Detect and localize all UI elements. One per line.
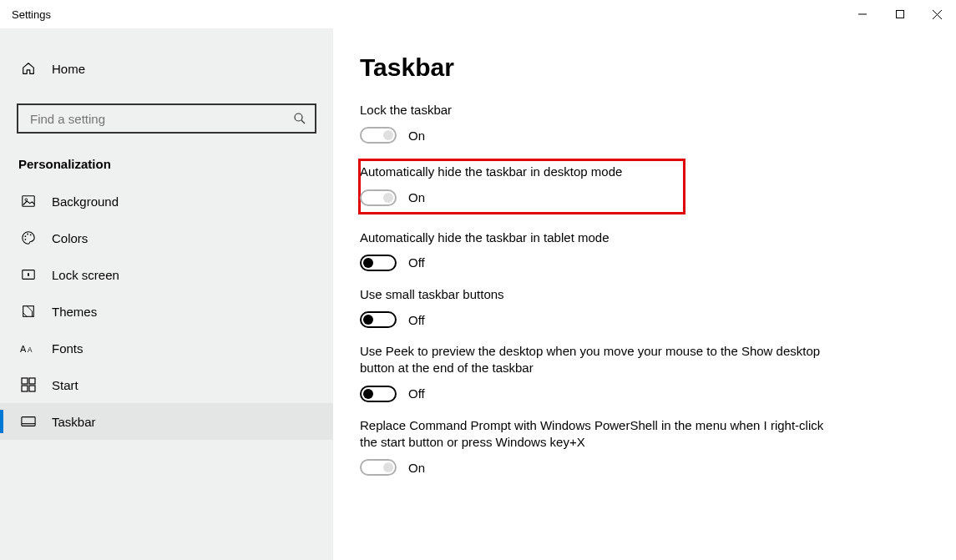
window-controls — [843, 1, 956, 28]
sidebar-item-label: Start — [52, 378, 78, 392]
content-area: Home Personalization Background — [0, 28, 956, 560]
picture-icon — [20, 193, 37, 209]
setting-label: Replace Command Prompt with Windows Powe… — [360, 417, 827, 452]
toggle-small-buttons[interactable] — [360, 311, 397, 328]
sidebar-section-title: Personalization — [0, 149, 333, 183]
setting-label: Automatically hide the taskbar in tablet… — [360, 230, 827, 246]
toggle-row: Off — [360, 311, 827, 328]
palette-icon — [20, 230, 37, 246]
sidebar-nav: Background Colors Lock screen — [0, 183, 333, 440]
svg-rect-1 — [896, 11, 903, 18]
toggle-autohide-tablet[interactable] — [360, 255, 397, 271]
setting-label: Use small taskbar buttons — [360, 286, 827, 303]
sidebar-item-label: Fonts — [52, 341, 83, 356]
start-icon — [20, 376, 37, 393]
setting-autohide-tablet: Automatically hide the taskbar in tablet… — [360, 230, 827, 271]
toggle-row: Off — [360, 255, 827, 271]
svg-rect-19 — [22, 386, 28, 391]
setting-peek-preview: Use Peek to preview the desktop when you… — [360, 343, 827, 402]
lockscreen-icon — [20, 266, 37, 283]
search-input[interactable] — [28, 111, 293, 127]
home-label: Home — [52, 62, 85, 76]
svg-point-11 — [25, 239, 27, 240]
svg-point-9 — [27, 234, 28, 235]
sidebar-item-fonts[interactable]: AA Fonts — [0, 330, 333, 366]
close-button[interactable] — [918, 1, 956, 28]
toggle-state: On — [408, 129, 425, 143]
toggle-state: Off — [408, 386, 425, 401]
themes-icon — [20, 303, 37, 320]
minimize-icon — [858, 10, 867, 18]
toggle-state: On — [408, 461, 425, 475]
svg-rect-21 — [22, 417, 35, 426]
sidebar-item-themes[interactable]: Themes — [0, 293, 333, 330]
toggle-autohide-desktop[interactable] — [360, 189, 397, 206]
toggle-row: On — [360, 459, 827, 476]
toggle-state: On — [408, 190, 425, 204]
page-title: Taskbar — [360, 53, 921, 82]
svg-point-8 — [25, 235, 27, 237]
setting-label: Use Peek to preview the desktop when you… — [360, 343, 827, 377]
titlebar: Settings — [0, 0, 956, 28]
sidebar-item-background[interactable]: Background — [0, 183, 333, 219]
search-box[interactable] — [17, 103, 316, 134]
home-nav[interactable]: Home — [0, 55, 333, 82]
svg-line-5 — [301, 120, 305, 124]
setting-small-buttons: Use small taskbar buttons Off — [360, 286, 827, 328]
svg-rect-13 — [28, 273, 29, 276]
search-icon — [293, 112, 306, 125]
svg-rect-20 — [29, 386, 35, 391]
settings-window: Settings Home — [0, 0, 956, 560]
sidebar-item-colors[interactable]: Colors — [0, 219, 333, 256]
sidebar-item-label: Themes — [52, 305, 97, 319]
toggle-row: On — [360, 189, 677, 206]
toggle-peek-preview[interactable] — [360, 386, 397, 402]
setting-autohide-desktop: Automatically hide the taskbar in deskto… — [358, 159, 685, 214]
sidebar: Home Personalization Background — [0, 28, 333, 560]
svg-rect-17 — [22, 378, 28, 384]
fonts-icon: AA — [20, 340, 37, 356]
svg-point-10 — [30, 235, 32, 236]
sidebar-item-label: Background — [52, 194, 119, 209]
taskbar-icon — [20, 413, 37, 430]
toggle-row: Off — [360, 386, 827, 402]
toggle-row: On — [360, 127, 827, 144]
main-panel: Taskbar Lock the taskbar On Automaticall… — [333, 28, 956, 560]
maximize-icon — [896, 10, 904, 18]
home-icon — [20, 60, 37, 77]
maximize-button[interactable] — [881, 1, 918, 28]
sidebar-item-label: Colors — [52, 231, 88, 245]
setting-label: Automatically hide the taskbar in deskto… — [360, 164, 677, 180]
toggle-state: Off — [408, 255, 425, 270]
sidebar-item-label: Taskbar — [52, 415, 96, 429]
svg-rect-6 — [23, 196, 34, 207]
sidebar-item-label: Lock screen — [52, 268, 119, 282]
svg-text:A: A — [20, 344, 27, 354]
toggle-lock-taskbar[interactable] — [360, 127, 397, 144]
svg-point-7 — [25, 199, 28, 201]
toggle-state: Off — [408, 313, 425, 327]
svg-text:A: A — [28, 346, 33, 354]
minimize-button[interactable] — [843, 1, 881, 28]
close-icon — [933, 10, 942, 19]
sidebar-item-taskbar[interactable]: Taskbar — [0, 403, 333, 440]
svg-point-4 — [295, 114, 302, 121]
setting-lock-taskbar: Lock the taskbar On — [360, 102, 827, 144]
window-title: Settings — [0, 8, 51, 21]
sidebar-item-start[interactable]: Start — [0, 366, 333, 403]
sidebar-item-lockscreen[interactable]: Lock screen — [0, 256, 333, 293]
setting-label: Lock the taskbar — [360, 102, 827, 119]
svg-rect-18 — [29, 378, 35, 384]
toggle-replace-cmd[interactable] — [360, 459, 397, 476]
setting-replace-cmd: Replace Command Prompt with Windows Powe… — [360, 417, 827, 477]
